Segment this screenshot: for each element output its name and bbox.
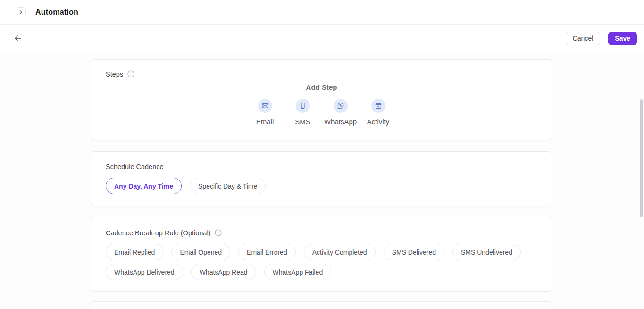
action-toolbar: Cancel Save: [0, 25, 644, 52]
sms-icon: [296, 99, 310, 113]
sidebar-expand-button[interactable]: [16, 7, 26, 17]
activity-icon: [371, 99, 385, 113]
schedule-cadence-title: Schedule Cadence: [106, 163, 164, 171]
add-activity-step-button[interactable]: Activity: [360, 99, 397, 126]
cancel-button[interactable]: Cancel: [566, 32, 601, 45]
rule-activity-completed[interactable]: Activity Completed: [304, 244, 376, 260]
rule-email-opened[interactable]: Email Opened: [171, 244, 230, 260]
step-option-label: Activity: [367, 118, 390, 126]
rule-sms-undelivered[interactable]: SMS Undelivered: [452, 244, 521, 260]
vertical-scrollbar[interactable]: [640, 99, 643, 217]
page-title: Automation: [35, 8, 78, 17]
cadence-breakup-card: Cadence Break-up Rule (Optional) Email R…: [91, 217, 552, 292]
save-button[interactable]: Save: [608, 32, 637, 45]
rule-whatsapp-failed[interactable]: WhatsApp Failed: [264, 264, 332, 280]
left-panel-edge: [2, 0, 2, 309]
breakup-rules-row: Email Replied Email Opened Email Errored…: [106, 244, 537, 280]
add-step-heading: Add Step: [306, 83, 337, 91]
add-email-step-button[interactable]: Email: [246, 99, 284, 126]
any-day-any-time-option[interactable]: Any Day, Any Time: [106, 178, 182, 194]
arrow-left-icon: [13, 34, 23, 43]
rule-email-errored[interactable]: Email Errored: [238, 244, 296, 260]
add-whatsapp-step-button[interactable]: WhatsApp: [322, 99, 360, 126]
step-option-label: SMS: [295, 118, 310, 126]
step-option-label: WhatsApp: [324, 118, 357, 126]
cadence-breakup-title: Cadence Break-up Rule (Optional): [106, 229, 210, 237]
main-content: Steps Add Step Email SMS: [0, 52, 644, 309]
schedule-options-row: Any Day, Any Time Specific Day & Time: [106, 178, 537, 194]
top-header-bar: Automation: [0, 0, 644, 25]
rule-sms-delivered[interactable]: SMS Delivered: [384, 244, 444, 260]
rule-email-replied[interactable]: Email Replied: [106, 244, 163, 260]
rule-whatsapp-delivered[interactable]: WhatsApp Delivered: [106, 264, 183, 280]
info-icon[interactable]: [214, 229, 222, 237]
rule-whatsapp-read[interactable]: WhatsApp Read: [191, 264, 256, 280]
back-button[interactable]: [12, 33, 24, 44]
step-option-label: Email: [256, 118, 274, 126]
specific-day-time-option[interactable]: Specific Day & Time: [190, 178, 266, 194]
schedule-cadence-card: Schedule Cadence Any Day, Any Time Speci…: [91, 151, 552, 206]
add-sms-step-button[interactable]: SMS: [284, 99, 322, 126]
next-card-partial: [91, 301, 552, 309]
steps-card-title: Steps: [106, 70, 123, 78]
step-options-row: Email SMS WhatsApp: [246, 99, 397, 126]
steps-card: Steps Add Step Email SMS: [91, 59, 552, 140]
chevron-right-icon: [18, 9, 24, 15]
info-icon[interactable]: [127, 70, 135, 78]
whatsapp-icon: [334, 99, 348, 113]
email-icon: [258, 99, 272, 113]
